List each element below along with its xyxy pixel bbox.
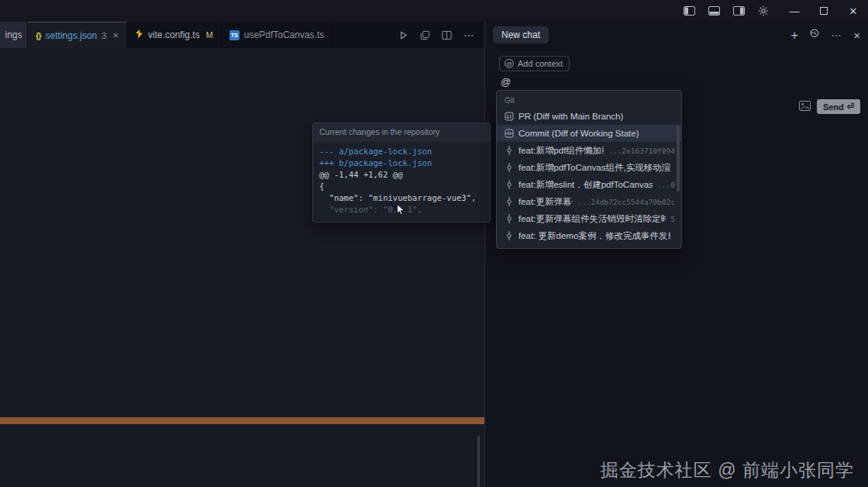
send-row: Send ⏎ [799, 99, 860, 114]
vscode-window: — ✕ ings {} settings.json 3 × [0, 0, 868, 487]
dropdown-item-suffix: ...0 [657, 181, 675, 189]
dropdown-item-commit-working-state[interactable]: Commit (Diff of Working State) [497, 125, 681, 142]
dropdown-item-suffix: ...24db72cc5544a70b02c [577, 198, 675, 206]
tab-badge: 3 [102, 31, 106, 40]
chat-close-icon[interactable]: × [853, 29, 860, 41]
dropdown-item-label: feat:新增eslint，创建pdfToCanvas组件 [518, 179, 653, 191]
chat-history-icon[interactable] [809, 28, 820, 42]
git-commit-icon [505, 214, 514, 223]
diff-hover-tooltip: Current changes in the repository --- a/… [312, 123, 491, 223]
commit-box-icon [505, 129, 514, 138]
dropdown-item-commit-6[interactable]: feat: 更新demo案例，修改完成事件发射... [497, 227, 681, 244]
git-commit-icon [505, 180, 514, 189]
git-commit-icon [505, 231, 514, 240]
diff-line: "name": "minivuebarrage-vue3", [319, 192, 484, 204]
orange-highlight-strip [0, 417, 484, 424]
tab-settings-partial[interactable]: ings [0, 22, 28, 48]
dropdown-item-pr[interactable]: PR (Diff with Main Branch) [497, 108, 681, 125]
git-commit-icon [505, 197, 514, 206]
tab-label: usePdfToCanvas.ts [244, 29, 324, 40]
tab-close-icon[interactable]: × [112, 29, 119, 41]
close-window-button[interactable]: ✕ [839, 0, 868, 22]
dropdown-item-label: feat: 更新demo案例，修改完成事件发射... [518, 230, 670, 242]
chat-panel-header: New chat + ⋯ × [485, 22, 868, 48]
dropdown-item-label: feat:更新弹幕包版本 [518, 196, 573, 208]
dropdown-item-commit-4[interactable]: feat:更新弹幕包版本 ...24db72cc5544a70b02c [497, 193, 681, 210]
dropdown-scrollbar[interactable] [677, 125, 680, 192]
tab-bar: ings {} settings.json 3 × vite.config.ts… [0, 22, 484, 48]
chat-input[interactable]: @ [501, 76, 511, 88]
dropdown-item-label: PR (Diff with Main Branch) [518, 112, 623, 121]
pull-request-icon [505, 112, 514, 121]
editor-region: ings {} settings.json 3 × vite.config.ts… [0, 22, 485, 487]
context-dropdown: Git PR (Diff with Main Branch) Commit (D… [496, 90, 682, 249]
toggle-sidebar-right-icon[interactable] [733, 6, 745, 16]
dropdown-item-label: Commit (Diff of Working State) [518, 129, 639, 138]
tab-label: ings [5, 29, 22, 40]
dropdown-item-label: feat:新增pdf组件懒加载功能 [518, 145, 604, 157]
enter-key-icon: ⏎ [847, 102, 854, 112]
watermark-text: 掘金技术社区 @ 前端小张同学 [601, 458, 854, 482]
send-label: Send [823, 102, 844, 112]
tab-label: settings.json [46, 30, 98, 41]
dropdown-item-commit-5[interactable]: feat:更新弹幕组件失活销毁时清除定时器 5 [497, 210, 681, 227]
mouse-cursor-icon [397, 204, 405, 219]
editor-body[interactable]: Current changes in the repository --- a/… [0, 48, 484, 487]
tab-use-pdf-to-canvas[interactable]: TS usePdfToCanvas.ts [222, 22, 332, 48]
dropdown-item-label: feat:更新弹幕组件失活销毁时清除定时器 [518, 213, 666, 225]
tab-vite-config[interactable]: vite.config.ts M [127, 22, 222, 48]
at-icon: @ [505, 59, 514, 68]
new-chat-plus-icon[interactable]: + [790, 29, 798, 42]
git-commit-icon [505, 146, 514, 155]
settings-gear-icon[interactable] [758, 5, 769, 16]
title-bar: — ✕ [0, 0, 868, 22]
chat-panel: New chat + ⋯ × @ Add context @ [485, 22, 868, 487]
json-file-icon: {} [36, 31, 41, 40]
typescript-file-icon: TS [229, 30, 239, 40]
vite-lightning-icon [135, 29, 143, 41]
toggle-sidebar-left-icon[interactable] [684, 6, 695, 16]
editor-scrollbar[interactable] [477, 436, 480, 487]
dropdown-item-suffix: ...2e163710f094 [608, 147, 675, 155]
diff-line: { [319, 181, 484, 192]
dropdown-item-commit-2[interactable]: feat:新增pdfToCanvas组件,实现移动渲... [497, 159, 681, 176]
add-context-chip[interactable]: @ Add context [499, 56, 570, 71]
git-commit-icon [505, 163, 514, 172]
dropdown-item-commit-1[interactable]: feat:新增pdf组件懒加载功能 ...2e163710f094 [497, 142, 681, 159]
add-context-label: Add context [518, 59, 563, 68]
diff-line: +++ b/package-lock.json [319, 157, 484, 169]
tab-label: vite.config.ts [148, 29, 200, 40]
send-button[interactable]: Send ⏎ [817, 99, 860, 114]
modified-badge: M [206, 30, 213, 40]
dropdown-item-suffix: 5 [670, 215, 675, 223]
toggle-panel-bottom-icon[interactable] [708, 6, 720, 16]
dropdown-item-label: feat:新增pdfToCanvas组件,实现移动渲... [518, 162, 670, 174]
minimize-button[interactable]: — [780, 0, 809, 22]
split-editor-icon[interactable] [442, 30, 452, 40]
attach-image-icon[interactable] [799, 100, 811, 114]
tooltip-title: Current changes in the repository [313, 123, 490, 141]
more-actions-icon[interactable]: ⋯ [463, 29, 475, 41]
maximize-button[interactable] [809, 0, 839, 22]
diff-line: --- a/package-lock.json [319, 146, 484, 157]
editor-actions: ⋯ [398, 22, 484, 48]
diff-line: @@ -1,44 +1,62 @@ [319, 169, 484, 181]
tab-settings-json[interactable]: {} settings.json 3 × [28, 22, 127, 48]
new-chat-tab[interactable]: New chat [493, 26, 549, 43]
dropdown-section-git: Git [497, 94, 681, 108]
chat-more-icon[interactable]: ⋯ [831, 29, 842, 41]
chat-body: @ Add context @ Send ⏎ Gi [485, 48, 868, 487]
dropdown-item-commit-3[interactable]: feat:新增eslint，创建pdfToCanvas组件 ...0 [497, 176, 681, 193]
copy-split-icon[interactable] [420, 30, 430, 40]
run-play-icon[interactable] [398, 30, 408, 40]
